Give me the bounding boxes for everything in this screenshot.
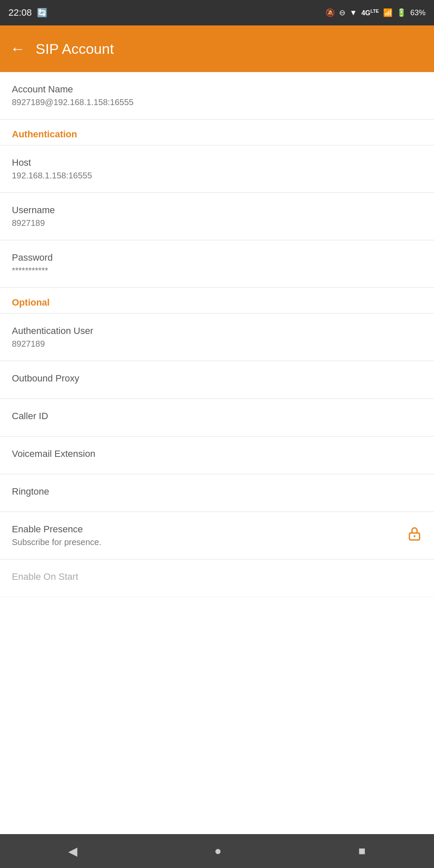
battery-percent: 63% — [410, 8, 426, 17]
password-row[interactable]: Password *********** — [0, 240, 434, 288]
ringtone-row[interactable]: Ringtone — [0, 474, 434, 512]
minus-circle-icon: ⊖ — [339, 8, 345, 17]
username-row[interactable]: Username 8927189 — [0, 193, 434, 240]
voicemail-extension-row[interactable]: Voicemail Extension — [0, 437, 434, 474]
nav-back-button[interactable]: ◀ — [51, 839, 95, 863]
back-button[interactable]: ← — [10, 40, 25, 58]
enable-presence-text: Enable Presence Subscribe for presence. — [12, 524, 407, 547]
back-arrow-icon: ← — [10, 40, 25, 58]
nav-recent-button[interactable]: ■ — [342, 839, 383, 863]
bottom-nav: ◀ ● ■ — [0, 834, 434, 868]
status-left: 22:08 🔄 — [8, 7, 47, 18]
enable-presence-value: Subscribe for presence. — [12, 537, 407, 547]
page-title: SIP Account — [36, 41, 114, 57]
authentication-label: Authentication — [12, 129, 77, 139]
outbound-proxy-row[interactable]: Outbound Proxy — [0, 361, 434, 399]
enable-on-start-row[interactable]: Enable On Start — [0, 559, 434, 597]
caller-id-label: Caller ID — [12, 411, 422, 422]
host-text: Host 192.168.1.158:16555 — [12, 157, 422, 181]
auth-user-value: 8927189 — [12, 339, 422, 349]
password-value: *********** — [12, 266, 422, 275]
enable-presence-label: Enable Presence — [12, 524, 407, 535]
ringtone-label: Ringtone — [12, 486, 422, 497]
auth-user-text: Authentication User 8927189 — [12, 326, 422, 349]
content-area: Account Name 8927189@192.168.1.158:16555… — [0, 72, 434, 868]
signal-icon: 📶 — [383, 8, 392, 17]
voicemail-extension-label: Voicemail Extension — [12, 448, 422, 459]
host-row[interactable]: Host 192.168.1.158:16555 — [0, 145, 434, 193]
account-name-value: 8927189@192.168.1.158:16555 — [12, 97, 422, 107]
host-label: Host — [12, 157, 422, 168]
enable-on-start-text: Enable On Start — [12, 571, 422, 585]
password-text: Password *********** — [12, 252, 422, 275]
sync-icon: 🔄 — [37, 8, 47, 18]
lock-icon — [407, 526, 422, 545]
account-name-label: Account Name — [12, 84, 422, 95]
enable-presence-row[interactable]: Enable Presence Subscribe for presence. — [0, 512, 434, 559]
nav-home-button[interactable]: ● — [198, 839, 239, 863]
status-time: 22:08 — [8, 7, 32, 18]
outbound-proxy-text: Outbound Proxy — [12, 373, 422, 387]
auth-user-label: Authentication User — [12, 326, 422, 337]
4g-icon: 4GLTE — [362, 8, 379, 17]
voicemail-extension-text: Voicemail Extension — [12, 448, 422, 462]
battery-icon: 🔋 — [397, 8, 406, 17]
username-label: Username — [12, 205, 422, 216]
status-bar: 22:08 🔄 🔕 ⊖ ▼ 4GLTE 📶 🔋 63% — [0, 0, 434, 25]
outbound-proxy-label: Outbound Proxy — [12, 373, 422, 384]
optional-label: Optional — [12, 297, 50, 308]
app-bar: ← SIP Account — [0, 25, 434, 72]
svg-point-1 — [414, 535, 416, 537]
status-right: 🔕 ⊖ ▼ 4GLTE 📶 🔋 63% — [326, 8, 426, 17]
caller-id-text: Caller ID — [12, 411, 422, 424]
section-authentication-header: Authentication — [0, 120, 434, 145]
notifications-off-icon: 🔕 — [326, 8, 335, 17]
wifi-icon: ▼ — [350, 8, 357, 17]
ringtone-text: Ringtone — [12, 486, 422, 500]
auth-user-row[interactable]: Authentication User 8927189 — [0, 314, 434, 361]
username-value: 8927189 — [12, 218, 422, 228]
account-name-row[interactable]: Account Name 8927189@192.168.1.158:16555 — [0, 72, 434, 120]
enable-on-start-label: Enable On Start — [12, 571, 422, 582]
host-value: 192.168.1.158:16555 — [12, 171, 422, 181]
username-text: Username 8927189 — [12, 205, 422, 228]
password-label: Password — [12, 252, 422, 263]
section-optional-header: Optional — [0, 288, 434, 314]
caller-id-row[interactable]: Caller ID — [0, 399, 434, 437]
